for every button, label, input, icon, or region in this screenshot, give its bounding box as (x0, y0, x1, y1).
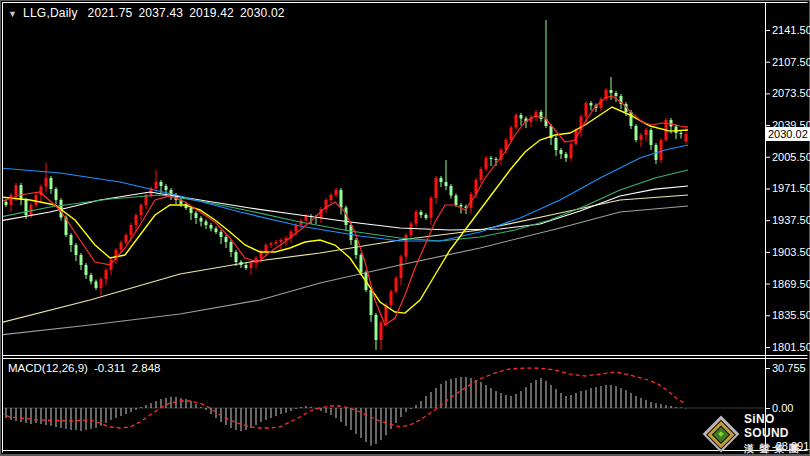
price-axis-label: 1835.50 (772, 309, 810, 321)
chart-window: ▼LLG,Daily2021.752037.432019.422030.02 M… (0, 0, 810, 456)
price-axis-label: 2073.50 (772, 87, 810, 99)
main-chart-area[interactable] (3, 3, 765, 355)
price-axis-label: 2141.50 (772, 24, 810, 36)
macd-axis-label: 30.755 (772, 362, 806, 374)
current-price-tag: 2030.02 (766, 127, 810, 141)
price-axis-label: 2107.50 (772, 56, 810, 68)
macd-axis-label: -28.991 (772, 440, 809, 452)
price-axis-label: 1869.50 (772, 278, 810, 290)
macd-axis-label: 0.00 (772, 402, 793, 414)
price-axis-label: 2005.50 (772, 151, 810, 163)
macd-panel-area[interactable] (3, 360, 765, 450)
price-axis-label: 1903.50 (772, 246, 810, 258)
price-axis-label: 1971.50 (772, 182, 810, 194)
price-axis-label: 1937.50 (772, 214, 810, 226)
price-axis-label: 1801.50 (772, 341, 810, 353)
